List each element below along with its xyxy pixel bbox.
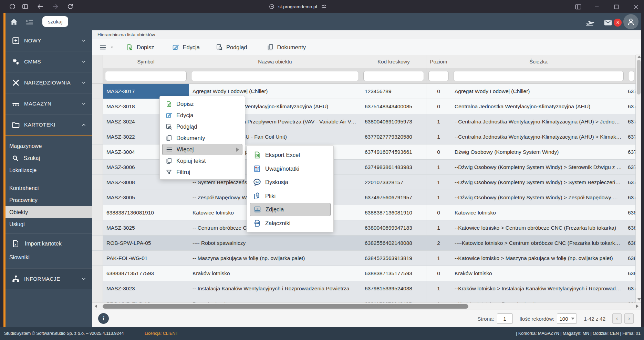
column-header-symbol[interactable]: Symbol: [103, 55, 189, 68]
cell-poziom[interactable]: 1: [426, 281, 451, 296]
indent-menu-icon[interactable]: [25, 18, 34, 26]
cell-symbol[interactable]: PRS-HYD-TLO-10: [103, 296, 189, 302]
sidebar-item-usługi[interactable]: Usługi: [6, 218, 92, 230]
cell-nazwa-obiektu[interactable]: -- Instalacja Kanałów Wentylacyjnych i R…: [189, 281, 361, 296]
cell-sciezka[interactable]: ----Katowice lotnisko > Centrum obróbcze…: [451, 236, 626, 250]
cell-kod-kreskowy[interactable]: 6380040691095973: [361, 114, 426, 129]
cell-poziom[interactable]: 1: [426, 251, 451, 266]
page-size-select[interactable]: 100: [557, 313, 577, 324]
cell-nazwa-obiektu[interactable]: Prasa hydrauliczna: [189, 296, 361, 302]
sidebar-item-magazyn[interactable]: MAGAZYN: [6, 93, 92, 114]
toolbar-button-edycja[interactable]: Edycja: [172, 43, 200, 51]
row-select-cell[interactable]: [92, 251, 103, 266]
column-header-poziom[interactable]: Poziom: [426, 55, 451, 68]
filter-input-col6[interactable]: [628, 71, 634, 81]
cell-sciezka[interactable]: --Dźwig Osobowy (Kompletny System Windy)…: [451, 175, 626, 190]
tune-icon[interactable]: [321, 3, 327, 10]
sidebar-item-narzędziownia[interactable]: NARZĘDZIOWNIA: [6, 72, 92, 93]
row-select-cell[interactable]: [92, 84, 103, 99]
cell-poziom[interactable]: 1: [426, 160, 451, 174]
scroll-right-icon[interactable]: [636, 304, 638, 308]
cell-sciezka[interactable]: Centralna Jednostka Wentylacyjno-Klimaty…: [451, 99, 626, 114]
cell-kod-kreskowy[interactable]: 123456789: [361, 84, 426, 99]
cell-sciezka[interactable]: --Dźwig Osobowy (Kompletny System Windy)…: [451, 190, 626, 205]
cell-poziom[interactable]: 0: [426, 144, 451, 159]
cell-extra[interactable]: 638: [626, 236, 636, 250]
sidebar-item-magazynowe[interactable]: Magazynowe: [6, 140, 92, 152]
toolbar-button-podgląd[interactable]: Podgląd: [216, 43, 247, 51]
cell-extra[interactable]: 637: [626, 144, 636, 159]
cell-poziom[interactable]: 1: [426, 129, 451, 144]
cell-extra[interactable]: 637: [626, 84, 636, 99]
reload-icon[interactable]: [67, 3, 74, 10]
horizontal-scroll-thumb[interactable]: [103, 304, 468, 309]
table-row[interactable]: 6388387135177593Kraków lotnisko638838713…: [92, 266, 641, 281]
cell-kod-kreskowy[interactable]: 6388387136081910: [361, 205, 426, 220]
sidebar-item-pracownicy[interactable]: Pracownicy: [6, 194, 92, 206]
cell-sciezka[interactable]: --Dźwig Osobowy (Kompletny System Windy)…: [451, 160, 626, 174]
submenu-item-załączniki[interactable]: PDFZałączniki: [250, 217, 331, 230]
cell-sciezka[interactable]: --Centralna Jednostka Wentylacyjno-Klima…: [451, 129, 626, 144]
cell-symbol[interactable]: MASZ-3005: [103, 190, 189, 205]
row-select-cell[interactable]: [92, 266, 103, 281]
prev-page-button[interactable]: ‹: [612, 313, 622, 324]
context-menu-item-filtruj[interactable]: Filtruj: [162, 167, 242, 178]
submenu-item-eksport-excel[interactable]: Eksport Excel: [250, 148, 331, 162]
cell-sciezka[interactable]: --Katowice lotnisko > Centrum obróbcze C…: [451, 220, 626, 235]
mail-icon[interactable]: [603, 18, 613, 27]
row-select-cell[interactable]: [92, 236, 103, 250]
context-menu-item-więcej[interactable]: Więcej: [162, 144, 242, 155]
cell-kod-kreskowy[interactable]: 2201073328157: [361, 175, 426, 190]
close-icon[interactable]: [632, 3, 640, 10]
table-row[interactable]: MASZ-3023-- Instalacja Kanałów Wentylacy…: [92, 281, 641, 296]
context-menu-item-kopiuj-tekst[interactable]: Kopiuj tekst: [162, 155, 242, 167]
url-text[interactable]: st.programdemo.pl: [278, 4, 317, 9]
cell-symbol[interactable]: MASZ-3025: [103, 220, 189, 235]
cell-kod-kreskowy[interactable]: 6388387135177593: [361, 266, 426, 281]
cell-symbol[interactable]: ROB-SPW-LPA-05: [103, 236, 189, 250]
cell-sciezka[interactable]: Kraków lotnisko: [451, 266, 626, 281]
cell-sciezka[interactable]: Agregat Wody Lodowej (Chiller): [451, 84, 626, 99]
panel-right-icon[interactable]: [574, 3, 582, 10]
submenu-item-uwagi-notatki[interactable]: Uwagi/notatki: [250, 162, 331, 176]
column-header-kod-kreskowy[interactable]: Kod kreskowy: [361, 55, 426, 68]
scroll-up-icon[interactable]: [637, 56, 641, 58]
context-menu-item-dopisz[interactable]: Dopisz: [162, 98, 242, 110]
maximize-icon[interactable]: [613, 3, 620, 10]
cell-kod-kreskowy[interactable]: 6382556402148088: [361, 236, 426, 250]
sidebar-item-lokalizacje[interactable]: Lokalizacje: [6, 164, 92, 176]
cell-kod-kreskowy[interactable]: 6374983861483983: [361, 160, 426, 174]
home-icon[interactable]: [10, 18, 18, 26]
search-button[interactable]: szukaj: [42, 16, 68, 27]
horizontal-scrollbar[interactable]: [92, 302, 641, 310]
table-row[interactable]: ROB-SPW-LPA-05---- Robot spawalniczy6382…: [92, 236, 641, 251]
cell-extra[interactable]: 637: [626, 114, 636, 129]
cell-nazwa-obiektu[interactable]: ---- Robot spawalniczy: [189, 236, 361, 250]
next-page-button[interactable]: ›: [624, 313, 634, 324]
info-button[interactable]: i: [98, 313, 109, 324]
cell-symbol[interactable]: PAK-FOL-WG-01: [103, 251, 189, 266]
plane-icon[interactable]: [585, 18, 594, 27]
cell-sciezka[interactable]: --Kraków lotnisko > Prasa hydrauliczna: [451, 296, 626, 302]
table-row[interactable]: 6388387136081910Katowice lotnisko6388387…: [92, 205, 641, 220]
vertical-scrollbar[interactable]: [636, 54, 641, 302]
cell-poziom[interactable]: 1: [426, 220, 451, 235]
sidebar-item-nowy[interactable]: NOWY: [6, 30, 92, 51]
cell-poziom[interactable]: 1: [426, 190, 451, 205]
cell-extra[interactable]: 637: [626, 175, 636, 190]
minimize-icon[interactable]: [593, 3, 601, 10]
toolbar-button-dokumenty[interactable]: Dokumenty: [267, 43, 306, 51]
cell-symbol[interactable]: 6388387135177593: [103, 266, 189, 281]
cell-extra[interactable]: 637: [626, 190, 636, 205]
cell-sciezka[interactable]: --Kraków lotnisko > Instalacja Kanałów W…: [451, 281, 626, 296]
cell-extra[interactable]: 637: [626, 129, 636, 144]
filter-input-kod-kreskowy[interactable]: [363, 71, 424, 81]
sidebar-item-cmms[interactable]: CMMS: [6, 51, 92, 72]
sidebar-item-kartoteki[interactable]: KARTOTEKI: [6, 114, 92, 136]
cell-sciezka[interactable]: Katowice lotnisko: [451, 205, 626, 220]
cell-kod-kreskowy[interactable]: 6374975606791957: [361, 190, 426, 205]
cell-poziom[interactable]: 0: [426, 205, 451, 220]
filter-input-poziom[interactable]: [428, 71, 449, 81]
row-select-cell[interactable]: [92, 129, 103, 144]
column-header-ścieżka[interactable]: Ścieżka: [451, 55, 626, 68]
